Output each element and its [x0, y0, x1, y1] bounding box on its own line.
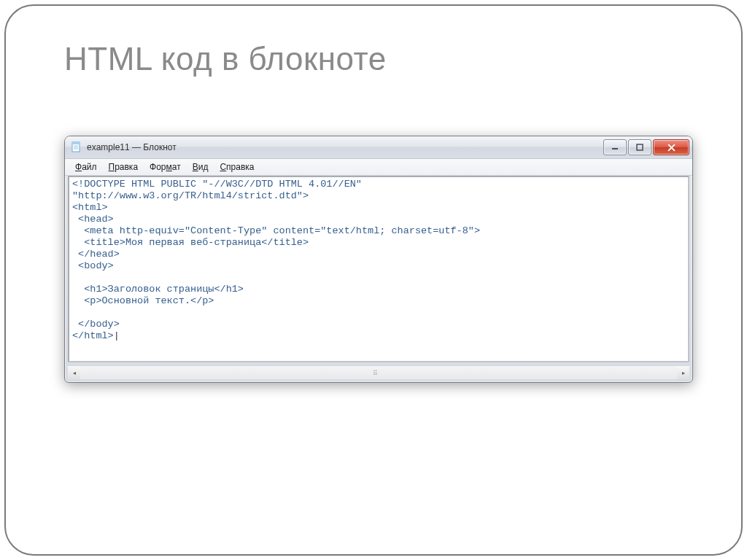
scroll-left-arrow[interactable]: ◂ [68, 366, 80, 379]
window-title: example11 — Блокнот [87, 142, 602, 152]
menu-format[interactable]: Формат [144, 160, 187, 174]
slide-frame: HTML код в блокноте example11 — Блокнот [4, 4, 743, 556]
menu-help[interactable]: Справка [214, 160, 260, 174]
menu-edit[interactable]: Правка [103, 160, 144, 174]
svg-rect-1 [72, 142, 80, 144]
text-content[interactable]: <!DOCTYPE HTML PUBLIC "-//W3C//DTD HTML … [69, 177, 688, 361]
text-cursor: | [114, 330, 120, 341]
minimize-button[interactable] [603, 139, 627, 155]
menu-file[interactable]: Файл [69, 160, 103, 174]
text-area[interactable]: <!DOCTYPE HTML PUBLIC "-//W3C//DTD HTML … [68, 176, 689, 362]
menubar: Файл Правка Формат Вид Справка [65, 159, 692, 176]
scroll-h-track[interactable]: ⠿ [80, 366, 677, 379]
scroll-h-grip-icon: ⠿ [373, 370, 384, 376]
scroll-right-arrow[interactable]: ▸ [677, 366, 689, 379]
window-controls [602, 139, 689, 155]
notepad-window: example11 — Блокнот Файл Правка Формат В… [64, 136, 693, 383]
svg-rect-5 [612, 148, 618, 149]
svg-rect-6 [637, 144, 643, 150]
menu-view[interactable]: Вид [187, 160, 214, 174]
slide-title: HTML код в блокноте [64, 41, 387, 77]
titlebar[interactable]: example11 — Блокнот [65, 136, 692, 159]
maximize-button[interactable] [628, 139, 651, 155]
close-button[interactable] [653, 139, 689, 155]
notepad-icon [71, 141, 82, 153]
horizontal-scrollbar[interactable]: ◂ ⠿ ▸ [68, 365, 689, 379]
